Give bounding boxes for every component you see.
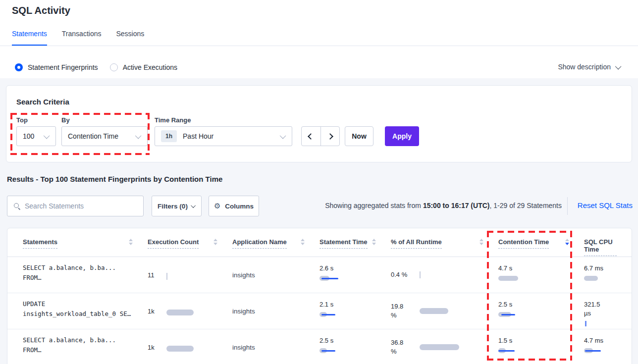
tab-sessions[interactable]: Sessions (116, 30, 144, 46)
metric-value-line: 2.6 s (319, 264, 333, 273)
sort-down-icon (479, 243, 483, 245)
statement-line: UPDATE (23, 299, 45, 309)
radio-active-executions[interactable]: Active Executions (110, 63, 178, 71)
bar-chart (166, 310, 221, 315)
bar-gray-segment (420, 344, 459, 350)
column-header-statements[interactable]: Statements (23, 228, 148, 257)
radio-statement-fingerprints[interactable]: Statement Fingerprints (15, 63, 98, 71)
metric-value-line: 0.4 % (391, 270, 420, 279)
chevron-right-icon (327, 133, 333, 140)
statement-line: SELECT a.balance, b.ba... (23, 335, 116, 345)
sort-caret-icon[interactable] (213, 239, 217, 245)
sort-caret-icon[interactable] (372, 239, 376, 245)
sort-down-icon (372, 243, 376, 245)
column-header-label: SQL CPU Time (584, 238, 617, 256)
bar-gray-segment (166, 346, 194, 352)
metric-value: 321.5µs (584, 300, 600, 318)
by-label: By (61, 116, 70, 124)
time-range-value: Past Hour (183, 132, 213, 140)
table-row[interactable]: UPDATEinsights_workload_table_0 SE…1kins… (7, 293, 632, 329)
time-prev-button[interactable] (302, 127, 321, 146)
search-input[interactable] (25, 202, 137, 210)
execution-count-cell: 1k (148, 293, 232, 329)
top-header: SQL Activity Statements Transactions Ses… (0, 0, 638, 78)
statement-cell[interactable]: SELECT a.balance, b.ba...FROM… (23, 329, 148, 364)
application-name-cell: insights (232, 257, 319, 293)
column-header-contention-time[interactable]: Contention Time (498, 228, 584, 257)
sql-cpu-time-cell: 4.7 ms (584, 329, 632, 364)
tab-transactions[interactable]: Transactions (62, 30, 102, 46)
statement-cell[interactable]: SELECT a.balance, b.ba...FROM… (23, 257, 148, 293)
statement-line: FROM… (23, 345, 42, 355)
execution-count-value: 11 (148, 271, 166, 279)
show-description-label: Show description (558, 63, 611, 71)
sort-caret-icon[interactable] (479, 239, 483, 245)
filters-button[interactable]: Filters (0) (152, 196, 202, 216)
time-next-button[interactable] (321, 127, 340, 146)
now-button[interactable]: Now (345, 126, 373, 146)
apply-button[interactable]: Apply (385, 126, 419, 146)
sort-caret-icon[interactable] (129, 239, 133, 245)
sort-caret-icon[interactable] (565, 239, 569, 245)
metric-value: 2.6 s (319, 264, 333, 273)
sort-up-icon (565, 239, 569, 241)
chevron-down-icon (280, 132, 286, 139)
column-header-application-name[interactable]: Application Name (232, 228, 319, 257)
bar-gray-segment (166, 310, 194, 315)
pct-runtime-cell: 36.8% (391, 329, 498, 364)
chevron-down-icon (44, 132, 50, 139)
table-row[interactable]: SELECT a.balance, b.ba...FROM…1kinsights… (7, 329, 632, 364)
column-header-execution-count[interactable]: Execution Count (148, 228, 232, 257)
statement-cell[interactable]: UPDATEinsights_workload_table_0 SE… (23, 293, 148, 329)
bar-chart (420, 344, 474, 350)
columns-button[interactable]: ⚙ Columns (209, 196, 259, 216)
execution-count-value: 1k (148, 308, 166, 315)
bar-blue-line (321, 278, 338, 279)
column-header-label: Application Name (232, 238, 287, 249)
time-range-label: Time Range (155, 116, 191, 124)
reset-sql-stats-link[interactable]: Reset SQL Stats (578, 201, 633, 209)
metric-value: 1.5 s (498, 336, 512, 345)
time-range-badge: 1h (161, 130, 177, 142)
contention-time-cell: 2.5 s (498, 293, 584, 329)
execution-count-cell: 11 (148, 257, 232, 293)
bar-chart (584, 320, 632, 326)
metric-value-line: 4.7 s (498, 264, 512, 273)
table-row[interactable]: SELECT a.balance, b.ba...FROM…11insights… (7, 257, 632, 293)
time-range-select[interactable]: 1h Past Hour (155, 126, 292, 146)
column-header--of-all-runtime[interactable]: % of All Runtime (391, 228, 498, 257)
sort-caret-icon[interactable] (301, 239, 305, 245)
metric-value-line: % (391, 311, 420, 320)
tab-statements[interactable]: Statements (12, 30, 47, 46)
column-header-sql-cpu-time[interactable]: SQL CPU Time (584, 228, 632, 257)
search-criteria-heading: Search Criteria (16, 98, 69, 106)
view-mode-toggle: Statement Fingerprints Active Executions (15, 59, 177, 75)
bar-chart (420, 308, 474, 314)
bar-chart (319, 275, 374, 281)
chevron-down-icon (615, 63, 622, 69)
by-select[interactable]: Contention Time (61, 126, 148, 146)
radio-selected-icon[interactable] (15, 63, 23, 71)
metric-value: 0.4 % (391, 270, 420, 279)
statement-time-cell: 2.1 s (319, 293, 391, 329)
sort-up-icon (213, 239, 217, 241)
metric-value: 2.1 s (319, 300, 333, 309)
bar-gray-segment (420, 308, 448, 314)
execution-count-value: 1k (148, 344, 166, 351)
sql-cpu-time-cell: 321.5µs (584, 293, 632, 329)
bar-tick (166, 273, 167, 280)
sort-down-icon (129, 243, 133, 245)
column-header-statement-time[interactable]: Statement Time (319, 228, 391, 257)
statement-line: SELECT a.balance, b.ba... (23, 263, 116, 273)
metric-value-line: 1.5 s (498, 336, 512, 345)
metric-value-line: 6.7 ms (584, 264, 603, 273)
top-select[interactable]: 100 (16, 126, 56, 146)
pct-runtime-cell: 19.8% (391, 293, 498, 329)
bar-blue-line (501, 314, 515, 315)
radio-unselected-icon[interactable] (110, 63, 118, 71)
metric-value: 6.7 ms (584, 264, 603, 273)
show-description-toggle[interactable]: Show description (558, 63, 621, 71)
metric-value: 36.8% (391, 338, 420, 356)
contention-time-cell: 1.5 s (498, 329, 584, 364)
metric-value: 4.7 ms (584, 336, 603, 345)
